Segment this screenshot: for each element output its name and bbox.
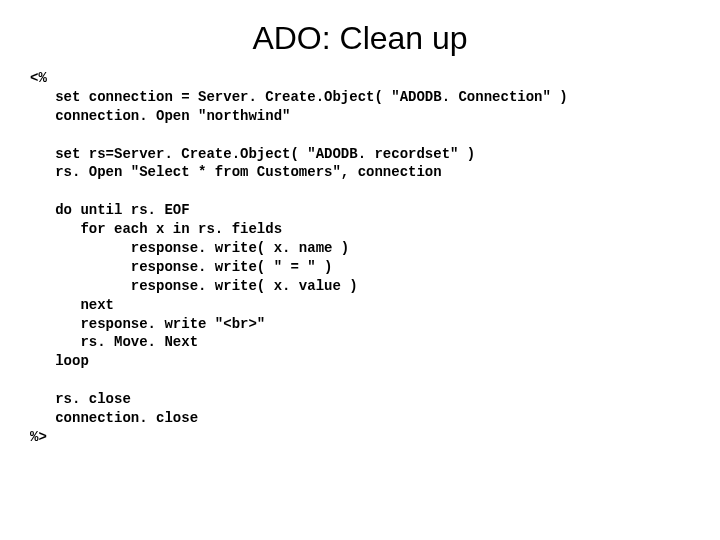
code-block: <% set connection = Server. Create.Objec…: [30, 69, 690, 447]
page-title: ADO: Clean up: [30, 20, 690, 57]
